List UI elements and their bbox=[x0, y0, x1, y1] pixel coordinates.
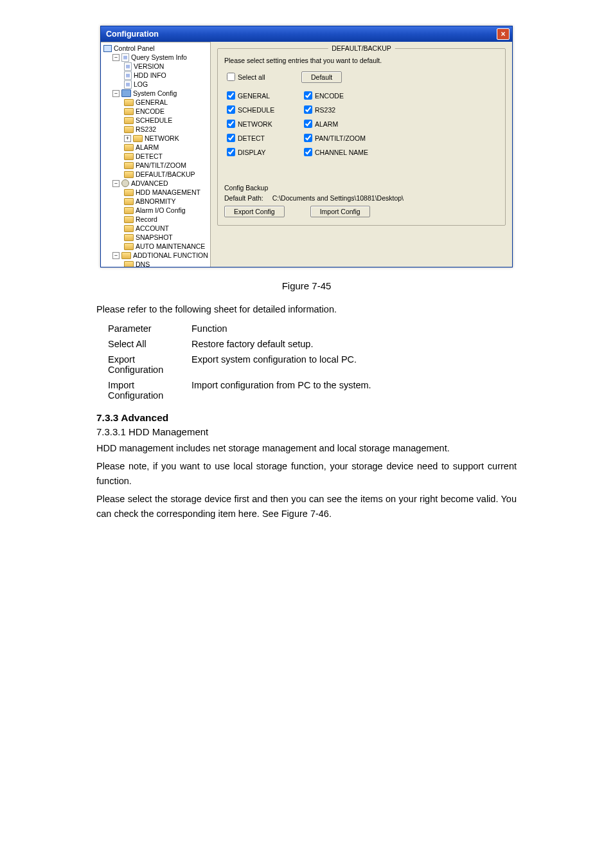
tree-group-advanced[interactable]: −ADVANCED bbox=[101, 179, 210, 188]
tree-label: ADVANCED bbox=[131, 179, 168, 188]
tree-item[interactable]: Record bbox=[101, 215, 210, 224]
folder-icon bbox=[124, 171, 134, 178]
tree-item[interactable]: SCHEDULE bbox=[101, 116, 210, 125]
tree-item[interactable]: ABNORMITY bbox=[101, 197, 210, 206]
expand-icon[interactable]: + bbox=[124, 135, 131, 142]
tree-label: System Config bbox=[133, 89, 177, 98]
network-checkbox[interactable] bbox=[227, 120, 235, 128]
tree-label: ADDTIONAL FUNCTION bbox=[133, 251, 208, 260]
body-paragraph: Please select the storage device first a… bbox=[96, 492, 517, 521]
cb-label: DETECT bbox=[238, 134, 265, 142]
alarm-checkbox[interactable] bbox=[304, 120, 312, 128]
tree-item-network[interactable]: +NETWORK bbox=[101, 134, 210, 143]
close-icon[interactable]: × bbox=[497, 28, 510, 40]
tree-label: DEFAULT/BACKUP bbox=[136, 170, 195, 179]
folder-icon bbox=[124, 189, 134, 196]
config-backup-section: Config Backup Default Path: C:\Documents… bbox=[224, 184, 499, 217]
page-icon bbox=[121, 53, 129, 62]
monitor-icon bbox=[103, 45, 112, 52]
collapse-icon[interactable]: − bbox=[112, 180, 120, 187]
window-body: Control Panel −Query System Info VERSION… bbox=[101, 42, 512, 267]
cb-label: PAN/TILT/ZOOM bbox=[315, 134, 366, 142]
folder-icon bbox=[133, 135, 143, 142]
folder-icon bbox=[124, 243, 134, 250]
tool-icon bbox=[121, 89, 131, 97]
tree-label: ACCOUNT bbox=[136, 224, 169, 233]
tree-item[interactable]: LOG bbox=[101, 80, 210, 89]
cb-label: ENCODE bbox=[315, 92, 344, 100]
tree-root[interactable]: Control Panel bbox=[101, 44, 210, 53]
tree-label: DETECT bbox=[136, 152, 163, 161]
folder-icon bbox=[124, 261, 134, 267]
body-paragraph: Please note, if you want to use local st… bbox=[96, 459, 517, 488]
tree-item[interactable]: DEFAULT/BACKUP bbox=[101, 170, 210, 179]
tree-item[interactable]: ALARM bbox=[101, 143, 210, 152]
tree-group-additional[interactable]: −ADDTIONAL FUNCTION bbox=[101, 251, 210, 260]
folder-icon bbox=[121, 252, 131, 259]
collapse-icon[interactable]: − bbox=[112, 252, 120, 259]
page-icon bbox=[124, 80, 132, 89]
general-checkbox[interactable] bbox=[227, 91, 235, 100]
tree-item[interactable]: GENERAL bbox=[101, 98, 210, 107]
tree-item[interactable]: RS232 bbox=[101, 125, 210, 134]
th-function: Function bbox=[191, 321, 378, 336]
gear-icon bbox=[121, 179, 129, 187]
channel-checkbox[interactable] bbox=[304, 148, 312, 156]
folder-icon bbox=[124, 99, 134, 106]
tree-label: SCHEDULE bbox=[136, 116, 172, 125]
display-checkbox[interactable] bbox=[227, 148, 235, 156]
tree-label: Alarm I/O Config bbox=[136, 206, 186, 215]
collapse-icon[interactable]: − bbox=[112, 54, 120, 61]
tree-label: ABNORMITY bbox=[136, 197, 175, 206]
figure-caption: Figure 7-45 bbox=[96, 280, 517, 291]
cb-label: DISPLAY bbox=[238, 149, 266, 156]
page-icon bbox=[124, 62, 132, 71]
nav-tree[interactable]: Control Panel −Query System Info VERSION… bbox=[101, 42, 211, 267]
tree-item[interactable]: HDD MANAGEMENT bbox=[101, 188, 210, 197]
tree-group-system[interactable]: −System Config bbox=[101, 89, 210, 98]
tree-item[interactable]: ENCODE bbox=[101, 107, 210, 116]
tree-label: ENCODE bbox=[136, 107, 164, 116]
tree-item[interactable]: VERSION bbox=[101, 62, 210, 71]
subsection-heading: 7.3.3.1 HDD Management bbox=[96, 426, 517, 437]
export-config-button[interactable]: Export Config bbox=[224, 206, 285, 217]
tree-label: SNAPSHOT bbox=[136, 233, 173, 242]
folder-icon bbox=[124, 108, 134, 115]
tree-item[interactable]: ACCOUNT bbox=[101, 224, 210, 233]
tree-item[interactable]: SNAPSHOT bbox=[101, 233, 210, 242]
detect-checkbox[interactable] bbox=[227, 134, 235, 142]
encode-checkbox[interactable] bbox=[304, 91, 312, 100]
schedule-checkbox[interactable] bbox=[227, 105, 235, 114]
intro-text: Please refer to the following sheet for … bbox=[96, 304, 517, 314]
tree-item[interactable]: AUTO MAINTENANCE bbox=[101, 242, 210, 251]
tree-item[interactable]: HDD INFO bbox=[101, 71, 210, 80]
tree-item[interactable]: DNS bbox=[101, 260, 210, 267]
default-button[interactable]: Default bbox=[301, 71, 342, 83]
default-backup-group: DEFAULT/BACKUP Please select setting ent… bbox=[217, 48, 506, 226]
group-title: DEFAULT/BACKUP bbox=[328, 44, 395, 52]
titlebar: Configuration × bbox=[101, 26, 512, 42]
config-window: Configuration × Control Panel −Query Sys… bbox=[100, 26, 513, 267]
main-panel: DEFAULT/BACKUP Please select setting ent… bbox=[211, 42, 512, 267]
tree-label: PAN/TILT/ZOOM bbox=[136, 161, 186, 170]
tree-group-query[interactable]: −Query System Info bbox=[101, 53, 210, 62]
cb-label: NETWORK bbox=[238, 120, 272, 128]
parameter-table: ParameterFunction Select AllRestore fact… bbox=[108, 321, 378, 403]
tree-label: Query System Info bbox=[131, 53, 187, 62]
select-all-checkbox[interactable] bbox=[227, 73, 235, 81]
collapse-icon[interactable]: − bbox=[112, 90, 120, 97]
rs232-checkbox[interactable] bbox=[304, 105, 312, 114]
import-config-button[interactable]: Import Config bbox=[310, 206, 370, 217]
tree-item[interactable]: PAN/TILT/ZOOM bbox=[101, 161, 210, 170]
config-backup-title: Config Backup bbox=[224, 184, 499, 192]
tree-label: ALARM bbox=[136, 143, 159, 152]
tree-item[interactable]: Alarm I/O Config bbox=[101, 206, 210, 215]
folder-icon bbox=[124, 207, 134, 214]
folder-icon bbox=[124, 234, 134, 241]
td: Import Configuration bbox=[108, 377, 191, 403]
ptz-checkbox[interactable] bbox=[304, 134, 312, 142]
tree-item[interactable]: DETECT bbox=[101, 152, 210, 161]
th-parameter: Parameter bbox=[108, 321, 191, 336]
folder-icon bbox=[124, 198, 134, 205]
tree-label: GENERAL bbox=[136, 98, 168, 107]
